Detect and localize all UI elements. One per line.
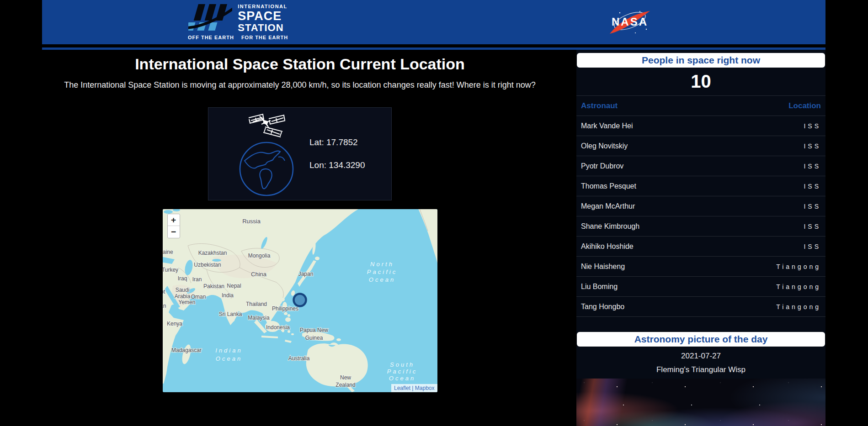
table-row: Mark Vande Hei ISS (576, 116, 825, 136)
map-label-china: China (251, 271, 267, 278)
map-label-south-pacific-2: Pacific (387, 368, 417, 375)
astronaut-location: ISS (804, 142, 821, 150)
map-label-india: India (221, 292, 233, 299)
iss-card-graphics (208, 108, 307, 200)
astronaut-name: Thomas Pesquet (581, 182, 804, 190)
map-label-nz-1: New (340, 374, 351, 381)
iss-logo-wordmark: INTERNATIONAL SPACE STATION (238, 4, 288, 33)
map-label-nz-2: Zealand (335, 382, 355, 388)
apod-date: 2021-07-27 (576, 352, 825, 361)
sidebar-spacer (576, 317, 825, 332)
iss-logo-bars-icon (188, 4, 232, 31)
people-count: 10 (576, 68, 825, 95)
map-label-indian-ocean-1: Indian (215, 347, 242, 354)
table-row: Megan McArthur ISS (576, 196, 825, 216)
sidebar: People in space right now 10 Astronaut L… (576, 50, 825, 426)
astronaut-name: Tang Hongbo (581, 303, 776, 311)
astronaut-name: Megan McArthur (581, 202, 804, 210)
astronaut-name: Akihiko Hoshide (581, 242, 804, 251)
longitude-value: Lon: 134.3290 (309, 160, 391, 170)
iss-tagline-left: OFF THE EARTH (188, 35, 234, 40)
apod-header: Astronomy picture of the day (577, 332, 825, 347)
astronaut-location: ISS (804, 203, 821, 210)
astronaut-name: Nie Haisheng (581, 263, 776, 271)
map-label-sri-lanka: Sri Lanka (218, 311, 242, 317)
astronaut-location: Tiangong (776, 303, 821, 310)
table-row: Liu Boming Tiangong (576, 277, 825, 297)
map-label-indonesia: Indonesia (266, 324, 289, 331)
banner-left-half: INTERNATIONAL SPACE STATION OFF THE EART… (42, 0, 434, 44)
column-header-location: Location (788, 101, 821, 110)
people-in-space-header: People in space right now (577, 53, 825, 68)
iss-position-card: Lat: 17.7852 Lon: 134.3290 (208, 107, 392, 200)
map-canvas[interactable]: Russia Kazakhstan Mongolia Uzbekistan Tu… (163, 209, 437, 392)
iss-tagline-right: FOR THE EARTH (241, 35, 288, 40)
iss-map-marker[interactable] (293, 294, 306, 306)
attribution-mapbox-link[interactable]: Mapbox (415, 385, 435, 391)
map-label-kazakhstan: Kazakhstan (198, 250, 227, 256)
astronaut-name: Oleg Novitskiy (581, 142, 804, 150)
iss-logo-line2: SPACE (238, 10, 288, 22)
astronaut-location: ISS (804, 183, 821, 190)
table-row: Akihiko Hoshide ISS (576, 237, 825, 257)
main-column: International Space Station Current Loca… (42, 50, 558, 426)
map-label-iran: Iran (192, 276, 202, 283)
table-row: Thomas Pesquet ISS (576, 176, 825, 196)
map-zoom-control: + − (167, 214, 180, 238)
astronaut-location: Tiangong (776, 263, 821, 270)
map-label-thailand: Thailand (245, 301, 266, 307)
map-label-north-pacific-3: Ocean (368, 276, 395, 283)
astronaut-name: Mark Vande Hei (581, 122, 804, 130)
nasa-logo-text: NASA (611, 16, 648, 28)
astronaut-name: Pyotr Dubrov (581, 162, 804, 170)
iss-logo-tagline: OFF THE EARTH FOR THE EARTH (188, 35, 288, 40)
astronaut-table: Astronaut Location Mark Vande Hei ISS Ol… (576, 95, 825, 317)
banner-right-half: NASA (434, 0, 825, 44)
map-label-kenya: Kenya (166, 321, 182, 327)
map-label-indian-ocean-2: Ocean (215, 355, 242, 362)
zoom-in-button[interactable]: + (168, 214, 180, 226)
map-label-iraq: Iraq (177, 275, 187, 282)
map-label-turkey: Turkey (163, 267, 178, 273)
map-label-south-pacific-1: South (390, 361, 415, 368)
map-attribution: Leaflet | Mapbox (391, 384, 437, 392)
astronaut-location: Tiangong (776, 283, 821, 290)
iss-coordinates: Lat: 17.7852 Lon: 134.3290 (307, 108, 391, 200)
map-label-sudan: Sudan (163, 303, 166, 309)
map-label-philippines: Philippines (272, 305, 298, 312)
map-label-japan: Japan (298, 271, 313, 277)
astronaut-location: ISS (804, 243, 821, 250)
page-title: International Space Station Current Loca… (42, 55, 558, 73)
zoom-out-button[interactable]: − (168, 226, 180, 238)
astronaut-table-header: Astronaut Location (576, 95, 825, 116)
map-label-malaysia: Malaysia (248, 315, 270, 321)
map-label-yemen: Yemen (178, 299, 195, 305)
attribution-leaflet-link[interactable]: Leaflet (394, 385, 410, 391)
top-banner: INTERNATIONAL SPACE STATION OFF THE EART… (42, 0, 825, 44)
nasa-logo-icon: NASA (608, 7, 652, 37)
map-label-russia: Russia (242, 218, 261, 225)
globe-icon (238, 141, 295, 197)
attribution-separator: | (412, 385, 413, 391)
location-map[interactable]: Russia Kazakhstan Mongolia Uzbekistan Tu… (163, 209, 437, 392)
map-label-north-pacific-1: North (370, 261, 394, 268)
iss-satellite-icon (244, 113, 288, 140)
map-label-mongolia: Mongolia (248, 252, 270, 259)
map-label-north-pacific-2: Pacific (367, 268, 397, 275)
map-label-pakistan: Pakistan (203, 283, 224, 289)
table-row: Nie Haisheng Tiangong (576, 257, 825, 277)
table-row: Shane Kimbrough ISS (576, 216, 825, 237)
table-row: Tang Hongbo Tiangong (576, 297, 825, 317)
map-label-south-pacific-3: Ocean (389, 375, 415, 382)
map-label-papua-2: Guinea (305, 335, 323, 341)
astronaut-location: ISS (804, 163, 821, 170)
astronaut-name: Shane Kimbrough (581, 222, 804, 231)
map-label-papua-1: Papua New (299, 327, 328, 333)
map-label-australia: Australia (288, 355, 309, 362)
astronaut-location: ISS (804, 122, 821, 130)
page-container: INTERNATIONAL SPACE STATION OFF THE EART… (42, 0, 825, 426)
latitude-value: Lat: 17.7852 (309, 137, 391, 147)
map-label-madagascar: Madagascar (171, 347, 201, 353)
map-label-ukraine: Ukraine (163, 249, 173, 255)
map-label-saudi-1: Saudi (175, 287, 189, 293)
